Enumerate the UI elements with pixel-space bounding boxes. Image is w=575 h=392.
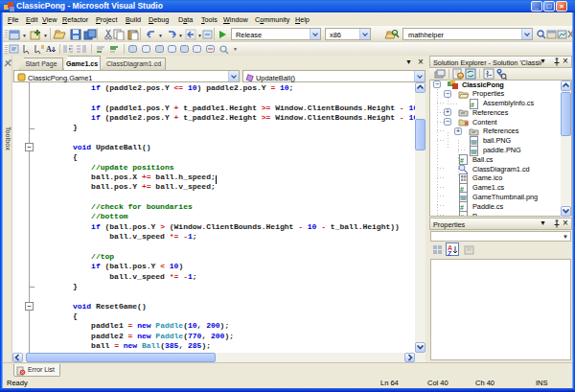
svg-text:#: # xyxy=(460,185,464,192)
svg-text:A: A xyxy=(46,45,52,54)
svg-text:#: # xyxy=(471,101,474,107)
svg-text:#: # xyxy=(460,204,464,211)
svg-text:Z: Z xyxy=(448,250,452,256)
svg-text:#: # xyxy=(460,214,464,216)
svg-text:#: # xyxy=(460,157,464,164)
